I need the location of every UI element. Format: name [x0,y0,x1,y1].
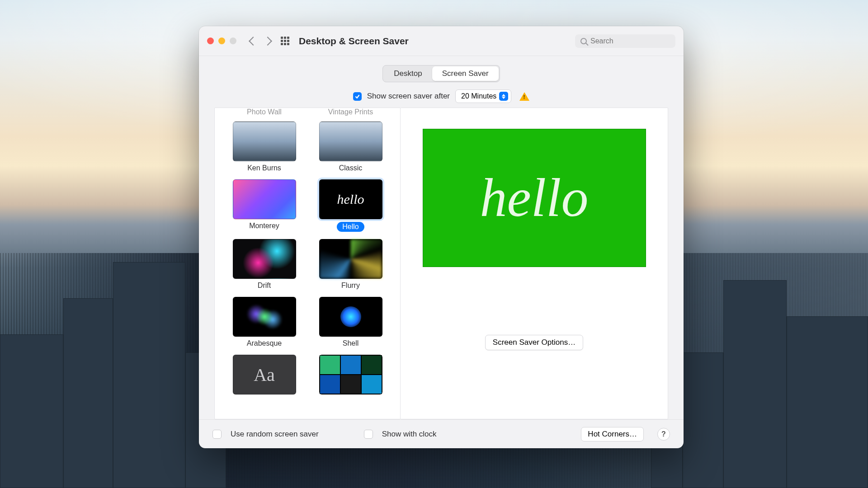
zoom-button[interactable] [230,38,236,44]
titlebar: Desktop & Screen Saver [199,26,684,56]
show-all-icon[interactable] [281,37,290,46]
window-controls [207,38,236,44]
screensaver-item-albumart[interactable] [307,352,394,397]
nav-buttons [250,38,271,44]
search-icon [580,38,587,44]
preview-panel: hello Screen Saver Options… [401,108,668,419]
hot-corners-button[interactable]: Hot Corners… [581,427,644,441]
preview-hello-text: hello [480,167,589,229]
thumb-shell [319,297,382,337]
content-body: Photo Wall Vintage Prints Ken BurnsClass… [199,108,684,419]
screensaver-label: Classic [339,164,363,172]
help-button[interactable]: ? [657,428,670,441]
trunc-right: Vintage Prints [307,108,394,116]
forward-button[interactable] [263,37,272,46]
warning-icon [519,92,529,101]
screensaver-item-kenburns[interactable]: Ken Burns [221,119,307,175]
thumb-wordofday: Aa [233,355,296,394]
desktop-wallpaper: Desktop & Screen Saver Desktop Screen Sa… [0,0,868,488]
footer-bar: Use random screen saver Show with clock … [199,419,684,448]
screensaver-preview: hello [423,129,646,267]
tab-bar: Desktop Screen Saver [199,56,684,82]
tab-screensaver[interactable]: Screen Saver [432,66,499,81]
show-after-checkbox[interactable] [353,92,362,101]
screensaver-label: Drift [258,282,271,290]
screensaver-item-wordofday[interactable]: Aa [221,352,307,397]
thumb-hello: hello [319,179,382,219]
show-after-row: Show screen saver after 20 Minutes [199,82,684,108]
screensaver-item-shell[interactable]: Shell [307,294,394,350]
screensaver-label: Ken Burns [247,164,281,172]
delay-value: 20 Minutes [461,92,496,100]
thumb-monterey [233,179,296,219]
thumb-kenburns [233,122,296,161]
thumb-classic [319,122,382,161]
thumb-albumart [319,355,382,394]
search-field[interactable] [575,34,675,48]
thumb-drift [233,239,296,279]
minimize-button[interactable] [218,38,225,44]
preferences-window: Desktop & Screen Saver Desktop Screen Sa… [199,26,684,448]
back-button[interactable] [249,37,258,46]
clock-label: Show with clock [382,430,437,439]
window-title: Desktop & Screen Saver [299,36,409,47]
screensaver-label: Flurry [341,282,360,290]
screensaver-options-button[interactable]: Screen Saver Options… [485,335,583,350]
delay-select[interactable]: 20 Minutes [455,89,511,103]
clock-checkbox[interactable] [364,430,373,439]
trunc-left: Photo Wall [221,108,307,116]
check-icon [354,94,360,99]
screensaver-item-monterey[interactable]: Monterey [221,177,307,235]
screensaver-item-classic[interactable]: Classic [307,119,394,175]
stepper-icon [499,92,508,101]
show-after-label: Show screen saver after [367,92,450,101]
screensaver-item-flurry[interactable]: Flurry [307,236,394,292]
search-input[interactable] [590,37,663,45]
segmented-control: Desktop Screen Saver [382,65,500,82]
tab-desktop[interactable]: Desktop [384,66,432,81]
screensaver-list[interactable]: Photo Wall Vintage Prints Ken BurnsClass… [214,108,401,419]
close-button[interactable] [207,38,214,44]
list-scroll[interactable]: Photo Wall Vintage Prints Ken BurnsClass… [215,108,400,419]
random-label: Use random screen saver [231,430,319,439]
screensaver-label: Hello [337,222,364,232]
thumb-arabesque [233,297,296,337]
screensaver-item-drift[interactable]: Drift [221,236,307,292]
truncated-row: Photo Wall Vintage Prints [215,108,400,116]
thumb-flurry [319,239,382,279]
screensaver-item-arabesque[interactable]: Arabesque [221,294,307,350]
screensaver-label: Arabesque [247,339,282,347]
random-checkbox[interactable] [212,430,222,439]
screensaver-label: Monterey [249,222,279,230]
screensaver-item-hello[interactable]: helloHello [307,177,394,235]
screensaver-label: Shell [343,339,359,347]
